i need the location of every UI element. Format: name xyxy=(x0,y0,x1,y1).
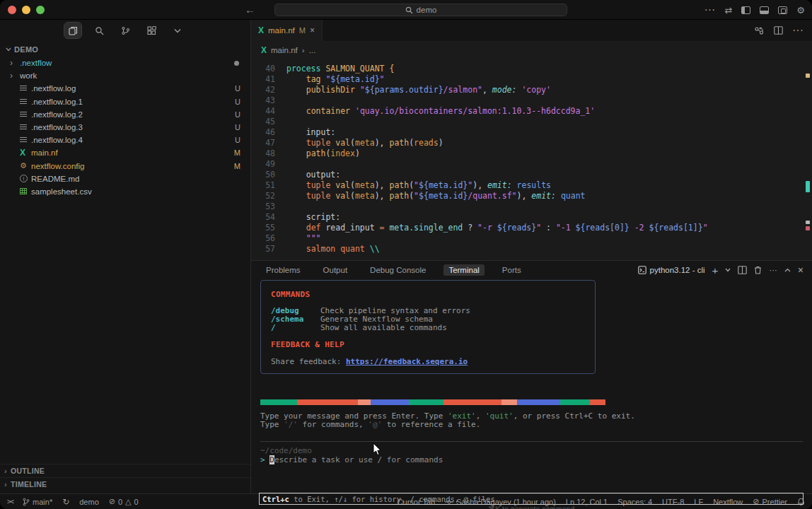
more-actions-icon[interactable]: ··· xyxy=(704,4,715,16)
code-line[interactable]: 43 xyxy=(251,95,812,106)
editor-more-icon[interactable]: ··· xyxy=(792,24,804,37)
git-status-badge: U xyxy=(235,123,240,131)
code-line[interactable]: 40process SALMON_QUANT { xyxy=(251,64,812,74)
code-line[interactable]: 51 tuple val(meta), path("${meta.id}"), … xyxy=(251,180,812,191)
tree-file[interactable]: Xmain.nfM xyxy=(0,146,250,159)
back-icon[interactable]: ← xyxy=(245,4,255,16)
code-text xyxy=(275,95,286,106)
command-center-search[interactable]: demo xyxy=(274,4,567,16)
code-segment: -2 xyxy=(630,223,649,233)
minimize-window-button[interactable] xyxy=(22,6,30,14)
remote-icon: >< xyxy=(7,498,13,505)
code-line[interactable]: 55 def read_input = meta.single_end ? "-… xyxy=(251,223,812,233)
folder-name: work xyxy=(20,71,240,80)
tree-file[interactable]: .nextflow.log.4U xyxy=(0,134,250,146)
chevron-right-icon: › xyxy=(10,58,20,68)
code-segment: { xyxy=(389,64,394,74)
tree-file[interactable]: .nextflow.log.2U xyxy=(0,108,250,121)
tree-folder[interactable]: ›.nextflow xyxy=(0,57,250,69)
terminal-instance-label[interactable]: python3.12 - cli xyxy=(638,266,705,274)
source-control-icon[interactable] xyxy=(117,23,134,38)
stripe-segment xyxy=(590,399,605,405)
tree-file[interactable]: .nextflow.log.3U xyxy=(0,121,250,134)
overview-ruler-mark xyxy=(806,221,810,224)
panel-maximize-icon[interactable] xyxy=(784,268,791,272)
code-segment: """ xyxy=(306,233,321,243)
tree-file[interactable]: samplesheet.csv xyxy=(0,185,250,198)
terminal-view[interactable]: COMMANDS /debugCheck pipeline syntax and… xyxy=(251,279,812,493)
explorer-icon[interactable] xyxy=(64,23,81,38)
code-text: container 'quay.io/biocontainers/salmon:… xyxy=(275,106,595,117)
split-terminal-icon[interactable] xyxy=(738,266,747,274)
tree-file[interactable]: .nextflow.logU xyxy=(0,82,250,95)
split-editor-icon[interactable] xyxy=(774,26,783,35)
branch-item[interactable]: main* xyxy=(23,498,52,506)
code-editor[interactable]: 40process SALMON_QUANT {41 tag "${meta.i… xyxy=(251,59,812,260)
code-line[interactable]: 47 tuple val(meta), path(reads) xyxy=(251,138,812,148)
search-tool-icon[interactable] xyxy=(91,23,108,38)
code-line[interactable]: 53 xyxy=(251,201,812,212)
panel-tab-debug-console[interactable]: Debug Console xyxy=(365,264,431,276)
code-line[interactable]: 45 xyxy=(251,117,812,127)
toggle-sidebar-icon[interactable] xyxy=(741,6,750,14)
line-number: 53 xyxy=(251,201,275,212)
close-window-button[interactable] xyxy=(8,6,16,14)
code-line[interactable]: 52 tuple val(meta), path("${meta.id}/qua… xyxy=(251,191,812,201)
panel-tab-terminal[interactable]: Terminal xyxy=(443,264,484,276)
stripe-segment xyxy=(260,399,297,405)
tab-close-icon[interactable]: × xyxy=(310,25,315,35)
new-terminal-icon[interactable]: + xyxy=(712,264,719,276)
zoom-window-button[interactable] xyxy=(36,6,45,14)
explorer-section-header[interactable]: DEMO xyxy=(0,41,250,57)
panel-tab-output[interactable]: Output xyxy=(318,264,353,276)
code-line[interactable]: 49 xyxy=(251,159,812,170)
tree-file[interactable]: .nextflow.log.1U xyxy=(0,95,250,108)
nextflow-file-icon: X xyxy=(258,27,264,34)
code-segment: " xyxy=(414,180,419,190)
panel-close-icon[interactable]: × xyxy=(798,264,804,276)
line-number: 49 xyxy=(251,159,275,170)
layout-swap-icon[interactable]: ⇄ xyxy=(724,5,732,16)
outline-section[interactable]: ›OUTLINE xyxy=(0,464,250,477)
code-line[interactable]: 48 path(index) xyxy=(251,148,812,159)
code-line[interactable]: 50 output: xyxy=(251,170,812,180)
code-line[interactable]: 54 script: xyxy=(251,212,812,223)
code-line[interactable]: 56 """ xyxy=(251,233,812,244)
timeline-section[interactable]: ›TIMELINE xyxy=(0,477,250,491)
toggle-panel-icon[interactable] xyxy=(760,6,769,14)
tree-folder[interactable]: ›work xyxy=(0,69,250,82)
panel-more-icon[interactable]: ··· xyxy=(769,266,777,274)
tree-file[interactable]: ⚙nextflow.configM xyxy=(0,160,250,172)
code-line[interactable]: 57 salmon quant \\ xyxy=(251,244,812,255)
terminal-dropdown-icon[interactable] xyxy=(725,268,731,272)
problems-item[interactable]: ⊘0 △0 xyxy=(109,497,139,506)
feedback-link[interactable]: https://feedback.seqera.io xyxy=(346,357,468,366)
code-text: def read_input = meta.single_end ? "-r $… xyxy=(275,223,708,233)
code-line[interactable]: 44 container 'quay.io/biocontainers/salm… xyxy=(251,106,812,117)
extensions-icon[interactable] xyxy=(143,23,160,38)
stripe-segment xyxy=(358,399,371,405)
workspace-item[interactable]: demo xyxy=(79,498,99,506)
code-segment: container xyxy=(306,106,355,116)
kill-terminal-icon[interactable] xyxy=(754,266,762,274)
customize-layout-icon[interactable] xyxy=(778,6,787,14)
breadcrumb-file[interactable]: main.nf xyxy=(271,46,298,54)
terminal-prompt[interactable]: > Describe a task or use / for commands xyxy=(260,455,443,464)
code-line[interactable]: 46 input: xyxy=(251,127,812,138)
code-line[interactable]: 41 tag "${meta.id}" xyxy=(251,74,812,85)
remote-indicator[interactable]: >< xyxy=(7,498,13,505)
tab-main-nf[interactable]: X main.nf M × xyxy=(251,20,323,41)
panel-tab-problems[interactable]: Problems xyxy=(261,264,306,276)
kbd-generate-hint: ⌘K to generate command xyxy=(259,505,804,509)
code-segment: "-r xyxy=(477,223,497,233)
code-line[interactable]: 42 publishDir "${params.outdir}/salmon",… xyxy=(251,85,812,95)
overview-ruler-mark xyxy=(806,74,810,78)
sync-item[interactable]: ↻ xyxy=(62,497,69,507)
run-pipeline-icon[interactable] xyxy=(754,26,765,35)
settings-gear-icon[interactable]: ⚙ xyxy=(796,5,805,16)
tree-file[interactable]: iREADME.md xyxy=(0,172,250,185)
views-chevron-icon[interactable] xyxy=(169,23,186,38)
breadcrumb-more[interactable]: ... xyxy=(309,46,316,54)
breadcrumb[interactable]: X main.nf › ... xyxy=(251,41,812,59)
panel-tab-ports[interactable]: Ports xyxy=(497,264,526,276)
